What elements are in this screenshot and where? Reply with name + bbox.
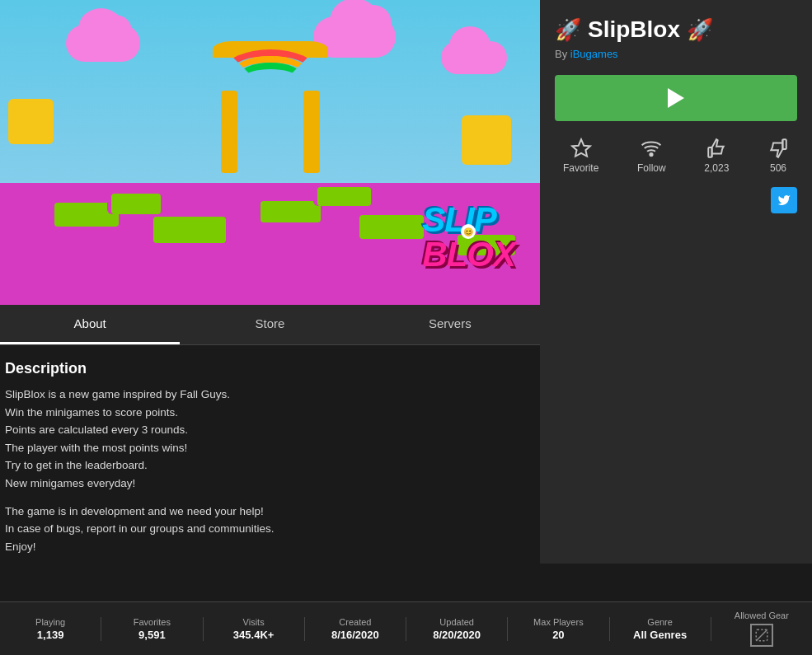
platform-6 — [313, 183, 375, 206]
author-link[interactable]: iBugames — [570, 48, 618, 60]
stat-created-label: Created — [305, 617, 406, 627]
star-icon — [570, 138, 592, 159]
description-text: SlipBlox is a new game inspired by Fall … — [5, 386, 535, 555]
platform-2 — [148, 212, 231, 243]
rocket-right-icon: 🚀 — [687, 17, 713, 43]
platform-5 — [107, 189, 165, 214]
stat-visits: Visits 345.4K+ — [204, 617, 305, 641]
svg-rect-3 — [709, 147, 712, 157]
twitter-icon — [777, 194, 791, 207]
twitter-button[interactable] — [771, 187, 797, 213]
description-title: Description — [5, 360, 535, 377]
obstacle-right — [462, 115, 511, 165]
stat-updated-value: 8/20/2020 — [406, 629, 507, 641]
action-area: Favorite Follow — [555, 134, 797, 213]
like-button[interactable]: 2,023 — [696, 134, 737, 177]
right-column: 🚀 SlipBlox 🚀 By iBugames Favorite — [540, 0, 812, 564]
tab-servers[interactable]: Servers — [360, 305, 540, 344]
cloud-1 — [66, 25, 140, 62]
smiley: 😊 — [461, 224, 476, 239]
stat-max-players-label: Max Players — [508, 617, 608, 627]
stat-updated-label: Updated — [406, 617, 507, 627]
stat-genre-label: Genre — [610, 617, 711, 627]
rocket-left-icon: 🚀 — [555, 17, 581, 43]
cloud-3 — [441, 41, 507, 74]
desc-line-4: The player with the most points wins! — [5, 439, 535, 457]
tab-store[interactable]: Store — [180, 305, 359, 344]
stat-playing: Playing 1,139 — [0, 617, 101, 641]
stat-allowed-gear: Allowed Gear — [711, 611, 812, 647]
stat-updated: Updated 8/20/2020 — [406, 617, 508, 641]
by-label: By — [555, 48, 567, 60]
stat-playing-label: Playing — [0, 617, 101, 627]
stat-favorites-label: Favorites — [101, 617, 202, 627]
main-layout: SLIPBLOX 😊 About Store Servers Descripti… — [0, 0, 812, 564]
about-content: Description SlipBlox is a new game inspi… — [0, 345, 540, 564]
arch — [196, 41, 345, 173]
tab-about[interactable]: About — [0, 305, 180, 344]
desc-line-6: New minigames everyday! — [5, 475, 535, 493]
stat-genre: Genre All Genres — [610, 617, 711, 641]
allowed-gear-icon — [750, 624, 773, 647]
stat-favorites: Favorites 9,591 — [101, 617, 203, 641]
thumbs-up-icon — [706, 138, 727, 159]
dislike-count: 506 — [770, 162, 786, 174]
stat-visits-value: 345.4K+ — [204, 629, 304, 641]
desc-line-9: Enjoy! — [5, 538, 535, 556]
obstacle-left — [8, 99, 54, 144]
stat-allowed-gear-label: Allowed Gear — [711, 611, 812, 620]
svg-line-7 — [756, 629, 767, 641]
wifi-icon — [641, 138, 662, 159]
favorite-label: Favorite — [563, 162, 598, 174]
stat-max-players: Max Players 20 — [508, 617, 609, 641]
by-line: By iBugames — [555, 48, 618, 60]
game-thumbnail: SLIPBLOX 😊 — [0, 0, 540, 305]
svg-marker-0 — [572, 139, 590, 157]
desc-line-2: Win the minigames to score points. — [5, 404, 535, 422]
svg-rect-5 — [782, 139, 786, 149]
desc-line-1: SlipBlox is a new game inspired by Fall … — [5, 386, 535, 404]
action-row: Favorite Follow — [555, 134, 797, 177]
stat-favorites-value: 9,591 — [101, 629, 202, 641]
play-triangle-icon — [668, 88, 684, 108]
stat-genre-value: All Genres — [610, 629, 711, 641]
desc-line-8: In case of bugs, report in our groups an… — [5, 520, 535, 538]
svg-point-1 — [650, 153, 653, 156]
play-button[interactable] — [555, 75, 797, 121]
favorite-button[interactable]: Favorite — [555, 134, 607, 177]
follow-label: Follow — [637, 162, 666, 174]
stat-created: Created 8/16/2020 — [305, 617, 406, 641]
game-title-row: 🚀 SlipBlox 🚀 — [555, 16, 713, 43]
thumbs-down-icon — [767, 138, 789, 159]
left-column: SLIPBLOX 😊 About Store Servers Descripti… — [0, 0, 540, 564]
desc-line-3: Points are calculated every 3 rounds. — [5, 421, 535, 439]
stat-playing-value: 1,139 — [0, 629, 101, 641]
stats-bar: Playing 1,139 Favorites 9,591 Visits 345… — [0, 601, 812, 655]
tabs-bar: About Store Servers — [0, 305, 540, 345]
like-count: 2,023 — [704, 162, 729, 174]
game-title: SlipBlox — [588, 16, 680, 43]
page-wrapper: SLIPBLOX 😊 About Store Servers Descripti… — [0, 0, 812, 655]
stat-visits-label: Visits — [204, 617, 304, 627]
stat-created-value: 8/16/2020 — [305, 629, 406, 641]
dislike-button[interactable]: 506 — [759, 134, 797, 177]
stat-max-players-value: 20 — [508, 629, 608, 641]
desc-line-5: Try to get in the leaderboard. — [5, 456, 535, 475]
platform-4 — [354, 210, 429, 239]
desc-line-7: The game is in development and we need y… — [5, 503, 535, 521]
follow-button[interactable]: Follow — [629, 134, 674, 177]
